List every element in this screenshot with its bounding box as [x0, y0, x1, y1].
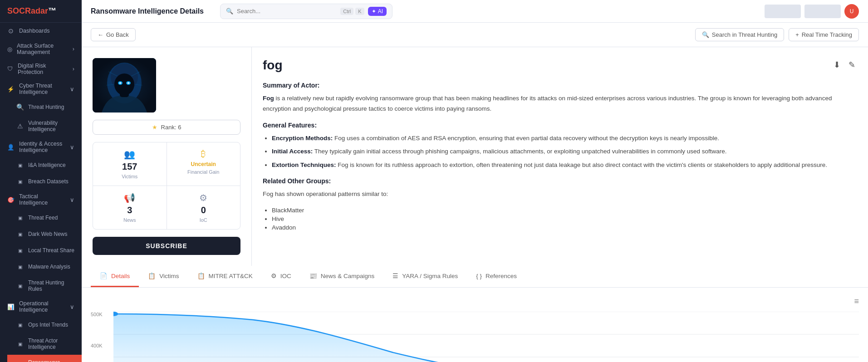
- references-icon: { }: [476, 273, 482, 279]
- tab-mitre[interactable]: 📋 MITRE ATT&CK: [188, 266, 262, 287]
- sidebar-item-malware[interactable]: ▣ Malware Analysis: [7, 259, 82, 275]
- sidebar-item-dashboards[interactable]: ⊙ Dashboards: [0, 23, 82, 39]
- sidebar-item-ransomware[interactable]: 🔒 Ransomware Intelligence: [7, 355, 82, 362]
- sidebar-item-operational[interactable]: 📊 Operational Intelligence ∨: [0, 297, 82, 317]
- realtime-label: Real Time Tracking: [802, 31, 852, 38]
- top-header: Ransomware Intelligence Details 🔍 Ctrl K…: [82, 0, 868, 23]
- search-threat-hunting-button[interactable]: 🔍 Search in Threat Hunting: [695, 28, 784, 41]
- tab-news-campaigns[interactable]: 📰 News & Campaigns: [300, 266, 384, 287]
- actor-actions: ⬇ ✎: [832, 58, 857, 72]
- tactical-icon: 🎯: [7, 196, 15, 203]
- sidebar-item-digital-risk[interactable]: 🛡 Digital Risk Protection ›: [0, 59, 82, 79]
- svg-rect-12: [120, 92, 129, 97]
- main-content: Ransomware Intelligence Details 🔍 Ctrl K…: [82, 0, 868, 362]
- chart-svg-area: [113, 312, 859, 362]
- tab-mitre-label: MITRE ATT&CK: [209, 273, 253, 279]
- related-group-1: BlackMatter: [272, 207, 304, 214]
- bitcoin-icon: ₿: [201, 149, 206, 159]
- sidebar-item-tactical[interactable]: 🎯 Tactical Intelligence ∨: [0, 190, 82, 210]
- ia-icon: ▣: [16, 161, 24, 169]
- sidebar-item-threat-hunting[interactable]: 🔍 Threat Hunting: [7, 99, 82, 115]
- feature-text-3: Fog is known for its ruthless approach t…: [336, 161, 827, 168]
- sidebar-item-local-threat[interactable]: ▣ Local Threat Share: [7, 242, 82, 259]
- sub-header-right: 🔍 Search in Threat Hunting + Real Time T…: [695, 28, 859, 41]
- features-title: General Features:: [263, 122, 857, 129]
- rank-label: Rank: 6: [161, 124, 181, 131]
- identity-icon: 👤: [7, 144, 15, 151]
- feature-bold-2: Initial Access:: [272, 148, 313, 155]
- sidebar-item-label: Tactical Intelligence: [19, 193, 65, 206]
- sidebar-item-threat-feed[interactable]: ▣ Threat Feed: [7, 210, 82, 226]
- tab-victims[interactable]: 📋 Victims: [139, 266, 188, 287]
- download-button[interactable]: ⬇: [832, 58, 842, 72]
- sidebar-item-label: Dashboards: [19, 28, 74, 34]
- sidebar-item-label: Operational Intelligence: [19, 300, 65, 313]
- right-panel: fog ⬇ ✎ Summary of Actor: Fog is a relat…: [252, 47, 868, 266]
- header-profile-area: U: [765, 4, 859, 19]
- mitre-icon: 📋: [197, 272, 205, 279]
- yara-icon: ☰: [392, 272, 398, 279]
- sidebar-item-dark-web[interactable]: ▣ Dark Web News: [7, 226, 82, 242]
- sidebar-item-identity-access[interactable]: 👤 Identity & Access Intelligence ∨: [0, 137, 82, 157]
- threat-actor-icon: ▣: [16, 340, 24, 347]
- sidebar-item-ia-intel[interactable]: ▣ I&A Intelligence: [7, 157, 82, 173]
- actor-name-bold: Fog: [263, 95, 274, 102]
- real-time-tracking-button[interactable]: + Real Time Tracking: [789, 28, 859, 41]
- stats-grid: 👥 157 Victims ₿ Uncertain Financial Gain…: [93, 142, 240, 230]
- list-item: BlackMatter: [272, 207, 857, 214]
- financial-label: Uncertain: [191, 161, 216, 167]
- feature-text-2: They typically gain initial access throu…: [313, 148, 726, 155]
- star-icon: ★: [152, 124, 157, 131]
- ioc-icon: ⚙: [199, 192, 207, 203]
- avatar[interactable]: U: [844, 4, 859, 19]
- tab-ioc[interactable]: ⚙ IOC: [262, 266, 300, 287]
- back-button-label: Go Back: [106, 31, 129, 38]
- sidebar-item-label: Malware Analysis: [28, 264, 74, 270]
- sidebar-sub-cyber: 🔍 Threat Hunting ⚠ Vulnerability Intelli…: [0, 99, 82, 137]
- tab-ioc-label: IOC: [280, 273, 291, 279]
- sub-header: ← Go Back 🔍 Search in Threat Hunting + R…: [82, 23, 868, 47]
- sidebar-item-vuln-intel[interactable]: ⚠ Vulnerability Intelligence: [7, 115, 82, 137]
- sidebar-item-label: Cyber Threat Intelligence: [19, 83, 65, 95]
- threat-feed-icon: ▣: [16, 214, 24, 221]
- news-icon: 📢: [124, 192, 135, 203]
- sidebar-item-ops-intel[interactable]: ▣ Ops Intel Trends: [7, 317, 82, 333]
- breach-icon: ▣: [16, 178, 24, 185]
- left-panel: ★ Rank: 6 👥 157 Victims ₿ Uncertain Fina…: [82, 47, 252, 266]
- sidebar-item-breach[interactable]: ▣ Breach Datasets: [7, 173, 82, 190]
- sidebar-item-attack-surface[interactable]: ◎ Attack Surface Management ›: [0, 39, 82, 59]
- sidebar-item-label: Vulnerability Intelligence: [28, 120, 74, 132]
- k-key: K: [355, 8, 364, 15]
- tab-victims-label: Victims: [159, 273, 179, 279]
- svg-point-6: [119, 82, 122, 84]
- sidebar-item-hunt-rules[interactable]: ▣ Threat Hunting Rules: [7, 275, 82, 297]
- page-title: Ransomware Intelligence Details: [91, 7, 204, 15]
- back-arrow-icon: ←: [98, 31, 103, 38]
- tabs-bar: 📄 Details 📋 Victims 📋 MITRE ATT&CK ⚙ IOC…: [82, 266, 868, 288]
- tab-references[interactable]: { } References: [467, 266, 526, 287]
- sidebar-item-label: Threat Hunting: [28, 104, 74, 110]
- operational-icon: 📊: [7, 303, 15, 310]
- subscribe-button[interactable]: SUBSCRIBE: [93, 237, 240, 255]
- summary-body: is a relatively new but rapidly evolving…: [263, 95, 832, 112]
- sidebar-item-cyber-threat[interactable]: ⚡ Cyber Threat Intelligence ∨: [0, 79, 82, 99]
- header-widget-2: [804, 5, 841, 18]
- chart-menu-button[interactable]: ≡: [854, 297, 859, 306]
- search-bar[interactable]: 🔍 Ctrl K ✦ AI: [220, 4, 392, 19]
- feature-bold-1: Encryption Methods:: [272, 135, 333, 142]
- search-input[interactable]: [237, 8, 337, 15]
- header-widget-1: [765, 5, 801, 18]
- vuln-icon: ⚠: [16, 122, 24, 130]
- related-list: BlackMatter Hive Avaddon: [272, 207, 857, 231]
- sidebar-item-label: Digital Risk Protection: [18, 63, 68, 75]
- tab-details[interactable]: 📄 Details: [91, 266, 139, 287]
- tab-yara[interactable]: ☰ YARA / Sigma Rules: [383, 266, 467, 287]
- list-item: Extortion Techniques: Fog is known for i…: [272, 160, 857, 170]
- summary-text: Fog is a relatively new but rapidly evol…: [263, 93, 857, 114]
- back-button[interactable]: ← Go Back: [91, 28, 136, 41]
- sidebar-item-label: Ops Intel Trends: [28, 322, 74, 328]
- sidebar: SOCRadar™ ⊙ Dashboards ◎ Attack Surface …: [0, 0, 82, 362]
- ai-badge[interactable]: ✦ AI: [368, 7, 387, 16]
- sidebar-item-threat-actor[interactable]: ▣ Threat Actor Intelligence: [7, 333, 82, 355]
- edit-button[interactable]: ✎: [847, 58, 857, 72]
